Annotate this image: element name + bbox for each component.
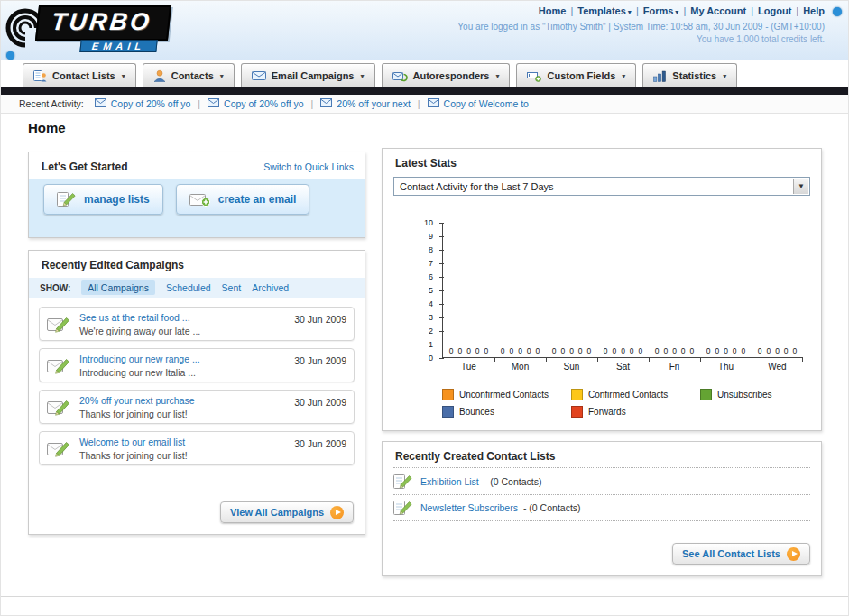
chart-day-group: 00000Sun <box>546 223 597 357</box>
x-axis-label: Thu <box>700 362 752 372</box>
separator: | <box>311 98 314 109</box>
campaign-title-link[interactable]: Introducing our new range ... <box>79 354 287 364</box>
series-value: 0 <box>466 346 471 355</box>
create-email-button[interactable]: create an email <box>176 184 310 215</box>
series-values: 00000 <box>597 346 649 355</box>
campaign-subtitle: Introducing our new Italia ... <box>79 367 287 378</box>
chart-day-group: 00000Mon <box>494 223 546 357</box>
get-started-panel: Let's Get Started Switch to Quick Links … <box>28 152 365 238</box>
arrow-right-icon <box>330 506 344 519</box>
series-value: 0 <box>587 346 592 355</box>
series-value: 0 <box>672 346 677 355</box>
app-logo[interactable]: TURBO EMAIL <box>5 4 230 58</box>
y-axis-label: 7 <box>429 259 433 268</box>
contact-lists-panel: Recently Created Contact Lists Exhibitio… <box>382 441 822 576</box>
autoresponders-icon <box>392 69 408 82</box>
filter-archived[interactable]: Archived <box>252 282 289 293</box>
contact-list-row[interactable]: Exhibition List- (0 Contacts) <box>393 467 810 494</box>
header-link-logout[interactable]: Logout <box>758 5 791 16</box>
statistics-icon <box>653 70 667 82</box>
recent-activity-item[interactable]: Copy of 20% off yo <box>95 98 191 109</box>
series-value: 0 <box>724 346 728 355</box>
list-pencil-icon <box>393 500 413 516</box>
nav-separator: | <box>683 5 686 16</box>
campaign-date: 30 Jun 2009 <box>294 314 346 325</box>
dropdown-arrow-icon: ▾ <box>675 8 678 16</box>
series-value: 0 <box>758 346 762 355</box>
see-all-contact-lists-button[interactable]: See All Contact Lists <box>672 543 810 565</box>
campaign-row[interactable]: Welcome to our email listThanks for join… <box>39 431 355 465</box>
y-axis-label: 5 <box>429 286 433 295</box>
stats-period-select[interactable]: Contact Activity for the Last 7 Days ▼ <box>393 177 810 196</box>
tab-email-campaigns[interactable]: Email Campaigns▾ <box>241 63 375 87</box>
email-pencil-icon <box>47 398 72 416</box>
tab-label: Contacts <box>171 70 214 81</box>
series-value: 0 <box>612 346 616 355</box>
campaign-row[interactable]: Introducing our new range ...Introducing… <box>39 348 355 382</box>
campaign-date: 30 Jun 2009 <box>294 355 346 366</box>
campaign-row[interactable]: 20% off your next purchaseThanks for joi… <box>39 390 355 424</box>
legend-item: Unsubscribes <box>700 389 829 400</box>
separator: | <box>198 98 200 109</box>
nav-separator: | <box>570 5 573 16</box>
series-value: 0 <box>484 346 489 355</box>
filter-scheduled[interactable]: Scheduled <box>166 282 211 293</box>
series-value: 0 <box>527 346 531 355</box>
contact-list-row[interactable]: Newsletter Subscribers- (0 Contacts) <box>393 494 810 521</box>
series-value: 0 <box>706 346 711 355</box>
recent-activity-item[interactable]: 20% off your next <box>320 98 411 109</box>
recent-activity-item[interactable]: Copy of 20% off yo <box>208 98 304 109</box>
email-pencil-icon <box>47 439 72 457</box>
y-axis-label: 3 <box>429 313 433 322</box>
filter-sent[interactable]: Sent <box>222 282 242 293</box>
series-value: 0 <box>655 346 660 355</box>
campaign-row[interactable]: See us at the retail food ...We're givin… <box>39 307 355 341</box>
series-value: 0 <box>501 346 505 355</box>
header-link-my-account[interactable]: My Account <box>690 5 746 16</box>
recent-activity-link: Copy of Welcome to <box>444 98 529 109</box>
view-all-campaigns-button[interactable]: View All Campaigns <box>220 501 354 523</box>
envelope-icon <box>95 98 106 109</box>
tab-statistics[interactable]: Statistics▾ <box>642 63 737 87</box>
y-axis-label: 9 <box>429 232 433 241</box>
series-value: 0 <box>742 346 746 355</box>
campaign-title-link[interactable]: Welcome to our email list <box>79 437 287 447</box>
header-link-forms[interactable]: Forms▾ <box>643 5 679 16</box>
dropdown-arrow-icon: ▾ <box>628 8 632 16</box>
contact-list-link[interactable]: Newsletter Subscribers <box>420 502 518 513</box>
recent-activity-item[interactable]: Copy of Welcome to <box>428 98 529 109</box>
envelope-plus-icon <box>189 192 211 207</box>
switch-quick-links-link[interactable]: Switch to Quick Links <box>263 161 354 172</box>
envelope-icon <box>320 98 332 109</box>
legend-label: Forwards <box>588 407 626 417</box>
series-value: 0 <box>621 346 625 355</box>
campaign-title-link[interactable]: 20% off your next purchase <box>79 395 287 406</box>
y-axis-label: 10 <box>424 218 433 227</box>
header-link-templates[interactable]: Templates▾ <box>577 5 632 16</box>
footer-divider <box>1 596 848 597</box>
tab-contact-lists[interactable]: Contact Lists▾ <box>23 63 136 87</box>
envelope-icon <box>428 98 439 109</box>
tab-custom-fields[interactable]: Custom Fields▾ <box>516 63 636 87</box>
manage-lists-button[interactable]: manage lists <box>43 184 163 215</box>
contact-list-detail: - (0 Contacts) <box>523 502 581 513</box>
campaign-title-link[interactable]: See us at the retail food ... <box>79 312 287 323</box>
tab-contacts[interactable]: Contacts▾ <box>143 63 235 87</box>
dropdown-arrow-icon: ▾ <box>495 72 499 80</box>
contact-list-link[interactable]: Exhibition List <box>420 476 479 487</box>
tab-autoresponders[interactable]: Autoresponders▾ <box>382 63 511 87</box>
legend-label: Confirmed Contacts <box>588 390 668 400</box>
header-link-home[interactable]: Home <box>539 5 567 16</box>
filter-all-campaigns[interactable]: All Campaigns <box>81 280 155 295</box>
campaign-date: 30 Jun 2009 <box>294 397 346 408</box>
header-link-help[interactable]: Help <box>803 5 825 16</box>
chart-day-group: 00000Thu <box>700 223 752 357</box>
tab-label: Contact Lists <box>52 70 115 81</box>
header-status: You are logged in as "Timothy Smith" | S… <box>457 22 825 44</box>
latest-stats-title: Latest Stats <box>395 157 457 170</box>
x-axis-label: Wed <box>752 362 803 372</box>
pencil-list-icon <box>57 191 77 207</box>
series-value: 0 <box>766 346 771 355</box>
y-axis-label: 2 <box>429 326 433 336</box>
create-email-label: create an email <box>218 193 297 206</box>
